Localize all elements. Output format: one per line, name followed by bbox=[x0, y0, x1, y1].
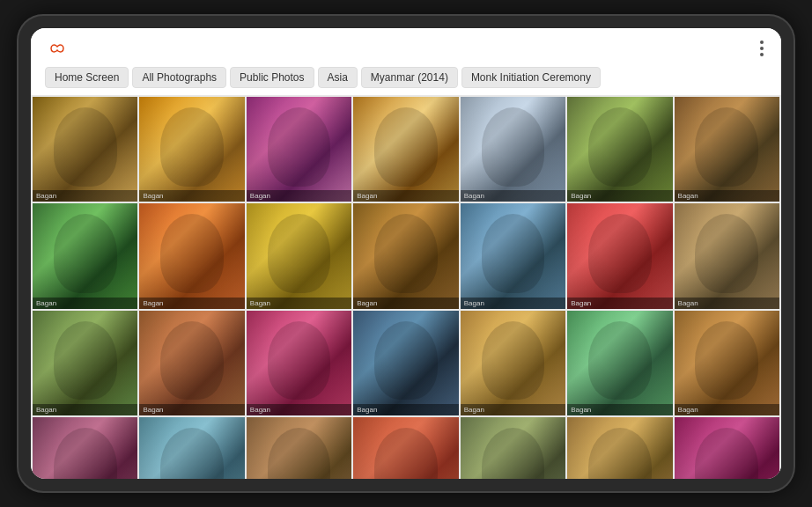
photo-portrait-2 bbox=[160, 107, 224, 187]
photo-grid: BaganBaganBaganBaganBaganBaganBaganBagan… bbox=[31, 95, 781, 479]
zenfolio-logo bbox=[45, 42, 70, 55]
photo-portrait-5 bbox=[482, 107, 545, 187]
photo-label-13: Bagan bbox=[567, 298, 672, 309]
photo-cell-23[interactable]: Bagan bbox=[139, 417, 244, 479]
photo-cell-7[interactable]: Bagan bbox=[675, 97, 779, 202]
photo-label-8: Bagan bbox=[33, 298, 137, 309]
photo-portrait-27 bbox=[588, 428, 652, 479]
photo-portrait-11 bbox=[374, 214, 438, 293]
device-screen: Home Screen All Photographs Public Photo… bbox=[31, 28, 781, 479]
photo-portrait-20 bbox=[588, 321, 652, 400]
photo-label-5: Bagan bbox=[461, 190, 565, 202]
photo-label-3: Bagan bbox=[247, 190, 351, 202]
photo-portrait-9 bbox=[160, 214, 224, 293]
photo-label-21: Bagan bbox=[675, 404, 779, 415]
photo-label-16: Bagan bbox=[139, 404, 244, 415]
header-top bbox=[45, 37, 767, 60]
photo-portrait-26 bbox=[482, 428, 545, 479]
photo-cell-20[interactable]: Bagan bbox=[567, 311, 672, 415]
photo-portrait-10 bbox=[268, 214, 331, 293]
photo-portrait-13 bbox=[588, 214, 652, 293]
photo-portrait-6 bbox=[588, 107, 652, 187]
dot-3 bbox=[760, 53, 764, 56]
breadcrumb-ceremony[interactable]: Monk Initiation Ceremony bbox=[461, 67, 601, 88]
photo-portrait-18 bbox=[374, 321, 438, 400]
breadcrumb-public-photos[interactable]: Public Photos bbox=[230, 67, 314, 88]
photo-cell-3[interactable]: Bagan bbox=[247, 97, 351, 202]
photo-label-6: Bagan bbox=[567, 190, 672, 202]
photo-cell-19[interactable]: Bagan bbox=[461, 311, 565, 415]
photo-cell-6[interactable]: Bagan bbox=[567, 97, 672, 202]
photo-cell-26[interactable]: Bagan bbox=[461, 417, 565, 479]
photo-portrait-23 bbox=[160, 428, 224, 479]
photo-cell-1[interactable]: Bagan bbox=[33, 97, 137, 202]
photo-portrait-17 bbox=[268, 321, 331, 400]
photo-cell-4[interactable]: Bagan bbox=[353, 97, 458, 202]
photo-cell-25[interactable]: Bagan bbox=[353, 417, 458, 479]
photo-portrait-1 bbox=[54, 107, 117, 187]
breadcrumb-asia[interactable]: Asia bbox=[318, 67, 358, 88]
photo-cell-10[interactable]: Bagan bbox=[247, 203, 351, 308]
photo-portrait-21 bbox=[695, 321, 758, 400]
photo-portrait-28 bbox=[695, 428, 758, 479]
breadcrumb-myanmar[interactable]: Myanmar (2014) bbox=[361, 67, 458, 88]
photo-cell-15[interactable]: Bagan bbox=[33, 311, 137, 415]
header-left bbox=[45, 42, 78, 55]
photo-portrait-19 bbox=[482, 321, 545, 400]
photo-portrait-24 bbox=[268, 428, 331, 479]
photo-cell-18[interactable]: Bagan bbox=[353, 311, 458, 415]
photo-cell-24[interactable]: Bagan bbox=[247, 417, 351, 479]
photo-label-14: Bagan bbox=[675, 298, 779, 309]
photo-cell-16[interactable]: Bagan bbox=[139, 311, 244, 415]
photo-portrait-15 bbox=[54, 321, 117, 400]
photo-label-1: Bagan bbox=[33, 190, 137, 202]
dot-1 bbox=[760, 40, 764, 44]
photo-label-12: Bagan bbox=[461, 298, 565, 309]
photo-portrait-8 bbox=[54, 214, 117, 293]
photo-cell-8[interactable]: Bagan bbox=[33, 203, 137, 308]
photo-cell-28[interactable]: Bagan bbox=[675, 417, 779, 479]
more-options-button[interactable] bbox=[757, 37, 767, 60]
header: Home Screen All Photographs Public Photo… bbox=[31, 28, 781, 95]
breadcrumb-all-photographs[interactable]: All Photographs bbox=[132, 67, 226, 88]
photo-portrait-7 bbox=[695, 107, 758, 187]
breadcrumb: Home Screen All Photographs Public Photo… bbox=[45, 67, 767, 95]
photo-label-9: Bagan bbox=[139, 298, 244, 309]
zenfolio-infinity-icon bbox=[45, 42, 70, 55]
photo-label-19: Bagan bbox=[461, 404, 565, 415]
dot-2 bbox=[760, 47, 764, 50]
photo-portrait-14 bbox=[695, 214, 758, 293]
photo-cell-2[interactable]: Bagan bbox=[139, 97, 244, 202]
photo-label-18: Bagan bbox=[353, 404, 458, 415]
photo-cell-12[interactable]: Bagan bbox=[461, 203, 565, 308]
photo-grid-container: BaganBaganBaganBaganBaganBaganBaganBagan… bbox=[31, 95, 781, 479]
photo-cell-5[interactable]: Bagan bbox=[461, 97, 565, 202]
photo-label-4: Bagan bbox=[353, 190, 458, 202]
photo-label-17: Bagan bbox=[247, 404, 351, 415]
photo-label-20: Bagan bbox=[567, 404, 672, 415]
photo-portrait-4 bbox=[374, 107, 438, 187]
photo-portrait-25 bbox=[374, 428, 438, 479]
photo-portrait-16 bbox=[160, 321, 224, 400]
photo-cell-17[interactable]: Bagan bbox=[247, 311, 351, 415]
photo-label-2: Bagan bbox=[139, 190, 244, 202]
photo-label-11: Bagan bbox=[353, 298, 458, 309]
photo-portrait-3 bbox=[268, 107, 331, 187]
photo-portrait-22 bbox=[54, 428, 117, 479]
photo-label-15: Bagan bbox=[33, 404, 137, 415]
device-frame: Home Screen All Photographs Public Photo… bbox=[18, 16, 794, 491]
photo-cell-14[interactable]: Bagan bbox=[675, 203, 779, 308]
photo-cell-13[interactable]: Bagan bbox=[567, 203, 672, 308]
photo-cell-21[interactable]: Bagan bbox=[675, 311, 779, 415]
photo-portrait-12 bbox=[482, 214, 545, 293]
photo-label-10: Bagan bbox=[247, 298, 351, 309]
breadcrumb-home[interactable]: Home Screen bbox=[45, 67, 129, 88]
photo-label-7: Bagan bbox=[675, 190, 779, 202]
photo-cell-22[interactable]: Bagan bbox=[33, 417, 137, 479]
photo-cell-11[interactable]: Bagan bbox=[353, 203, 458, 308]
photo-cell-9[interactable]: Bagan bbox=[139, 203, 244, 308]
photo-cell-27[interactable]: Bagan bbox=[567, 417, 672, 479]
